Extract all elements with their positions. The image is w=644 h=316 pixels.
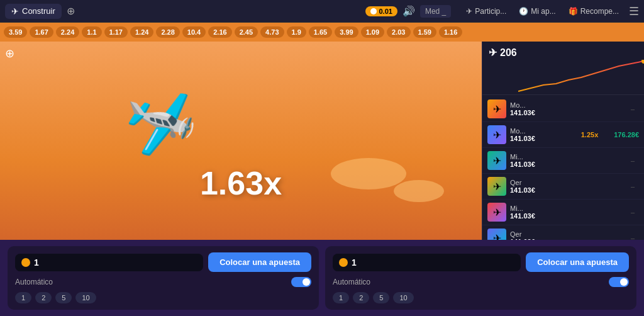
quick-bet-button[interactable]: 2	[35, 292, 52, 303]
multiplier-item: 1.59	[413, 26, 436, 38]
tab-rewards[interactable]: 🎁 Recompe...	[564, 4, 624, 18]
bet-row: ✈Qer141.03€–	[482, 225, 644, 240]
auto-label-1: Automático	[15, 278, 53, 286]
coin-icon-2	[339, 258, 348, 267]
move-icon[interactable]: ⊕	[5, 47, 14, 60]
coin-icon-1	[21, 258, 30, 267]
bet-name: Mo...	[510, 127, 575, 135]
chart-area: ✈ 206	[482, 42, 644, 95]
multiplier-item: 1.17	[104, 26, 128, 38]
bet-amount: 141.03€	[510, 212, 623, 220]
my-bets-icon: 🕐	[519, 7, 528, 16]
game-plane: 🛩️	[121, 86, 202, 164]
participate-icon: ✈	[466, 7, 472, 16]
multiplier-item: 1.16	[439, 26, 462, 38]
bet-row: ✈Mi...141.03€–	[482, 148, 644, 174]
bet-name: Mo...	[510, 101, 623, 109]
bet-avatar: ✈	[487, 229, 506, 240]
bet-amount: 141.03€	[510, 135, 575, 142]
quick-bets-row-2: 12510	[333, 292, 629, 303]
multiplier-item: 2.03	[387, 26, 410, 38]
bet-info: Qer141.03€	[510, 179, 623, 194]
participate-label: Particip...	[475, 7, 506, 16]
cloud-1	[331, 158, 406, 189]
multiplier-item: 1.65	[309, 26, 332, 38]
quick-bet-button[interactable]: 2	[353, 292, 369, 303]
bet-avatar: ✈	[487, 125, 506, 144]
bet-info: Qer141.03€	[510, 230, 623, 240]
bet-bottom-1: Automático	[15, 277, 311, 287]
quick-bet-button[interactable]: 10	[393, 292, 413, 303]
quick-bet-button[interactable]: 5	[373, 292, 389, 303]
bet-avatar: ✈	[487, 99, 506, 118]
tab-my-bets[interactable]: 🕐 Mi ap...	[514, 4, 560, 18]
multiplier-item: 1.09	[361, 26, 384, 38]
auto-toggle-1[interactable]	[291, 277, 311, 287]
bet-info: Mi...141.03€	[510, 153, 623, 168]
multiplier-item: 3.99	[335, 26, 358, 38]
toggle-knob-1	[303, 278, 310, 286]
build-label: Construir	[22, 6, 55, 16]
bet-top-2: 1 Colocar una apuesta	[333, 252, 629, 272]
bet-win: –	[626, 183, 639, 190]
quick-bet-button[interactable]: 1	[15, 292, 31, 303]
multiplier-item: 1.67	[30, 26, 53, 38]
quick-bets-row-1: 12510	[15, 292, 311, 303]
bet-amount: 141.03€	[510, 161, 623, 168]
bet-row: ✈Mi...141.03€–	[482, 200, 644, 225]
coin-dot-icon	[370, 8, 377, 14]
menu-icon[interactable]: ☰	[629, 4, 639, 18]
bet-name: Qer	[510, 230, 623, 238]
bet-name: Mi...	[510, 205, 623, 212]
nav-tabs: ✈ Particip... 🕐 Mi ap... 🎁 Recompe...	[461, 4, 624, 18]
plane-count-icon: ✈	[489, 47, 497, 59]
multiplier-item: 2.16	[208, 26, 231, 38]
place-bet-button-1[interactable]: Colocar una apuesta	[208, 252, 311, 272]
current-multiplier: 1.63x	[200, 164, 282, 202]
game-area: ⊕ 🛩️ 1.63x	[0, 42, 482, 240]
coin-value: 0.01	[379, 8, 392, 15]
bet-win: –	[626, 105, 639, 113]
bet-input-wrap-1: 1	[15, 254, 203, 271]
bet-amount: 141.03€	[510, 186, 623, 194]
bet-win: –	[626, 208, 639, 216]
multiplier-item: 1.1	[82, 26, 101, 38]
bet-row: ✈Qer141.03€–	[482, 174, 644, 200]
auto-label-2: Automático	[333, 278, 370, 286]
multiplier-item: 2.24	[56, 26, 79, 38]
sound-icon[interactable]: 🔊	[402, 5, 415, 17]
place-bet-button-2[interactable]: Colocar una apuesta	[526, 252, 629, 272]
bet-amount: 141.03€	[510, 109, 623, 116]
bets-list: ✈Mo...141.03€–✈Mo...141.03€1.25x176.28€✈…	[482, 95, 644, 240]
player-count-display: ✈ 206	[489, 47, 638, 59]
multiplier-item: 1.24	[130, 26, 153, 38]
bet-panel-1: 1 Colocar una apuesta Automático 12510	[8, 246, 319, 310]
bet-row: ✈Mo...141.03€–	[482, 96, 644, 122]
bet-avatar: ✈	[487, 151, 506, 170]
rewards-label: Recompe...	[580, 7, 619, 16]
build-button[interactable]: ✈ Construir	[5, 4, 62, 19]
cloud-2	[394, 180, 444, 202]
multiplier-item: 3.59	[4, 26, 27, 38]
auto-toggle-2[interactable]	[609, 277, 629, 287]
multiplier-item: 4.73	[260, 26, 284, 38]
top-nav: ✈ Construir ⊕ 0.01 🔊 Med _ ✈ Particip...…	[0, 0, 644, 23]
multiplier-item: 10.4	[182, 26, 206, 38]
bet-name: Qer	[510, 179, 623, 186]
bet-info: Mi...141.03€	[510, 205, 623, 220]
rewards-icon: 🎁	[569, 7, 578, 16]
bet-value-2: 1	[352, 257, 357, 268]
bet-info: Mo...141.03€	[510, 127, 575, 142]
quick-bet-button[interactable]: 10	[75, 292, 96, 303]
quick-bet-button[interactable]: 1	[333, 292, 349, 303]
main-content: ⊕ 🛩️ 1.63x ✈ 206	[0, 42, 644, 240]
multiplier-item: 2.28	[156, 26, 179, 38]
quick-bet-button[interactable]: 5	[55, 292, 72, 303]
bet-bottom-2: Automático	[333, 277, 629, 287]
bet-name: Mi...	[510, 153, 623, 161]
svg-point-0	[641, 60, 644, 64]
multiplier-item: 2.45	[235, 26, 258, 38]
bet-value-1: 1	[34, 257, 39, 268]
multiplier-bar: 3.591.672.241.11.171.242.2810.42.162.454…	[0, 23, 644, 42]
tab-participate[interactable]: ✈ Particip...	[461, 4, 511, 18]
